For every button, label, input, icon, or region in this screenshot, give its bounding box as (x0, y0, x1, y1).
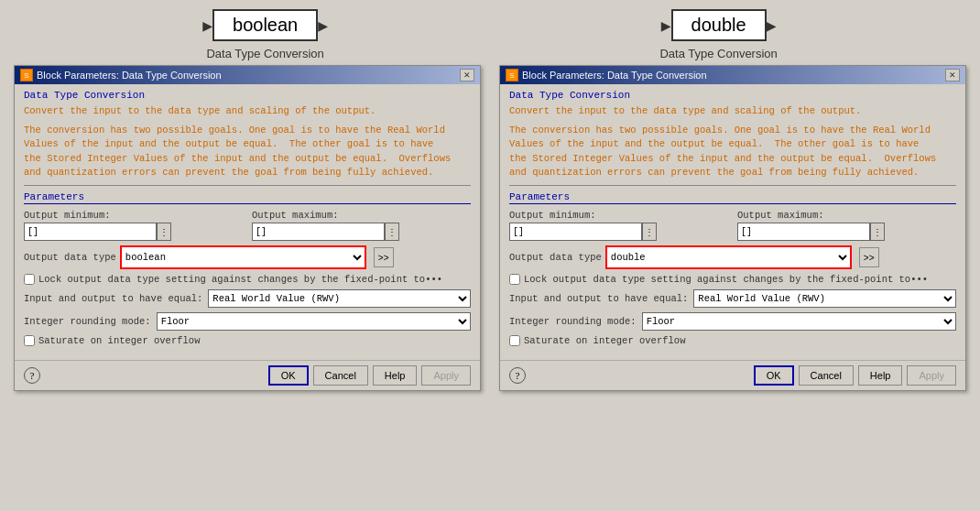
left-block-box: boolean (212, 9, 318, 41)
right-min-max-row: Output minimum: ⋮ Output maximum: ⋮ (509, 210, 956, 241)
right-rounding-select[interactable]: Floor (642, 312, 956, 331)
right-lock-checkbox[interactable] (509, 274, 520, 285)
left-close-button[interactable]: ✕ (460, 69, 474, 82)
left-dialog-footer: ? OK Cancel Help Apply (15, 360, 480, 390)
left-lock-checkbox-row: Lock output data type setting against ch… (24, 274, 471, 285)
left-block-diagram: ▶ boolean ▶ Data Type Conversion (202, 9, 328, 60)
right-titlebar-left: S Block Parameters: Data Type Conversion (506, 69, 707, 82)
left-min-dots-btn[interactable]: ⋮ (157, 223, 171, 241)
right-description1: Convert the input to the data type and s… (509, 104, 956, 118)
right-saturate-row: Saturate on integer overflow (509, 335, 956, 346)
right-lock-checkbox-row: Lock output data type setting against ch… (509, 274, 956, 285)
right-ok-button[interactable]: OK (754, 365, 794, 386)
right-max-dots-btn[interactable]: ⋮ (870, 223, 885, 241)
left-saturate-label: Saturate on integer overflow (38, 335, 200, 346)
left-max-group: Output maximum: ⋮ (252, 210, 471, 241)
right-parameters-section: Parameters Output minimum: ⋮ Output maxi… (509, 191, 956, 346)
right-dialog-content: Data Type Conversion Convert the input t… (500, 84, 965, 356)
right-input-output-label: Input and output to have equal: (509, 293, 688, 304)
left-output-min-label: Output minimum: (24, 210, 243, 221)
right-block-box: double (671, 9, 767, 41)
left-description2: The conversion has two possible goals. O… (24, 124, 471, 179)
left-output-max-input[interactable] (252, 223, 385, 241)
left-parameters-label: Parameters (24, 191, 471, 204)
right-block-diagram: ▶ double ▶ Data Type Conversion (659, 9, 777, 60)
left-input-output-select[interactable]: Real World Value (RWV) (208, 289, 471, 308)
left-apply-button[interactable]: Apply (421, 365, 471, 386)
right-dialog-titlebar: S Block Parameters: Data Type Conversion… (500, 66, 965, 84)
right-output-max-input[interactable] (737, 223, 870, 241)
left-data-type-label: Output data type (24, 252, 116, 263)
right-dialog-title: Block Parameters: Data Type Conversion (522, 70, 707, 81)
right-titlebar-icon: S (506, 69, 518, 82)
right-data-type-select[interactable]: double (607, 247, 850, 267)
right-footer-left: ? (509, 367, 526, 384)
right-rounding-row: Integer rounding mode: Floor (509, 312, 956, 331)
right-min-group: Output minimum: ⋮ (509, 210, 728, 241)
right-section-title: Data Type Conversion (509, 90, 956, 101)
left-titlebar-left: S Block Parameters: Data Type Conversion (20, 69, 222, 82)
left-arrow-icon: ▶ (202, 16, 212, 36)
left-titlebar-icon: S (20, 69, 33, 82)
left-cancel-button[interactable]: Cancel (313, 365, 368, 386)
right-help-button[interactable]: Help (858, 365, 903, 386)
right-min-dots-btn[interactable]: ⋮ (642, 223, 657, 241)
left-footer-left: ? (24, 367, 40, 384)
right-data-type-wrapper: double (605, 245, 852, 269)
right-output-max-label: Output maximum: (737, 210, 956, 221)
right-output-min-label: Output minimum: (509, 210, 728, 221)
left-min-max-row: Output minimum: ⋮ Output maximum: ⋮ (24, 210, 471, 241)
left-data-type-row: Output data type boolean >> (24, 245, 471, 269)
right-saturate-checkbox[interactable] (509, 335, 520, 346)
left-block-label: Data Type Conversion (206, 47, 323, 60)
left-data-type-wrapper: boolean (120, 245, 366, 269)
left-dialog: S Block Parameters: Data Type Conversion… (14, 65, 481, 391)
right-input-output-select[interactable]: Real World Value (RWV) (693, 289, 956, 308)
right-max-input-group: ⋮ (737, 223, 956, 241)
right-help-icon[interactable]: ? (509, 367, 526, 384)
right-saturate-label: Saturate on integer overflow (524, 335, 685, 346)
left-input-output-label: Input and output to have equal: (24, 293, 202, 304)
right-min-input-group: ⋮ (509, 223, 728, 241)
left-min-group: Output minimum: ⋮ (24, 210, 243, 241)
right-input-output-row: Input and output to have equal: Real Wor… (509, 289, 956, 308)
left-block-text: boolean (233, 15, 298, 35)
right-block-label: Data Type Conversion (659, 47, 777, 60)
left-parameters-section: Parameters Output minimum: ⋮ Output maxi… (24, 191, 471, 346)
right-left-arrow-icon: ▶ (661, 16, 671, 36)
right-close-button[interactable]: ✕ (945, 69, 960, 82)
right-block-text: double (691, 15, 746, 35)
left-help-icon[interactable]: ? (24, 367, 40, 384)
left-lock-label: Lock output data type setting against ch… (38, 274, 442, 285)
right-dialog-footer: ? OK Cancel Help Apply (500, 360, 965, 390)
left-help-button[interactable]: Help (373, 365, 418, 386)
right-parameters-label: Parameters (509, 191, 956, 204)
right-arrow-button[interactable]: >> (859, 247, 879, 267)
right-max-group: Output maximum: ⋮ (737, 210, 956, 241)
left-saturate-checkbox[interactable] (24, 335, 35, 346)
left-lock-checkbox[interactable] (24, 274, 35, 285)
left-output-min-input[interactable] (24, 223, 157, 241)
left-min-input-group: ⋮ (24, 223, 243, 241)
left-saturate-row: Saturate on integer overflow (24, 335, 471, 346)
right-right-arrow-icon: ▶ (767, 16, 777, 36)
right-description2: The conversion has two possible goals. O… (509, 124, 956, 179)
left-max-dots-btn[interactable]: ⋮ (385, 223, 399, 241)
right-rounding-label: Integer rounding mode: (509, 316, 637, 327)
right-footer-buttons: OK Cancel Help Apply (754, 365, 956, 386)
left-rounding-row: Integer rounding mode: Floor (24, 312, 471, 331)
left-description1: Convert the input to the data type and s… (24, 104, 471, 118)
left-input-output-row: Input and output to have equal: Real Wor… (24, 289, 471, 308)
left-footer-buttons: OK Cancel Help Apply (268, 365, 471, 386)
left-ok-button[interactable]: OK (268, 365, 309, 386)
left-arrow-button[interactable]: >> (374, 247, 394, 267)
right-data-type-row: Output data type double >> (509, 245, 956, 269)
left-rounding-select[interactable]: Floor (157, 312, 471, 331)
right-output-min-input[interactable] (509, 223, 642, 241)
right-data-type-label: Output data type (509, 252, 602, 263)
right-apply-button[interactable]: Apply (907, 365, 956, 386)
right-arrow-icon: ▶ (318, 16, 328, 36)
right-cancel-button[interactable]: Cancel (799, 365, 854, 386)
left-data-type-select[interactable]: boolean (122, 247, 365, 267)
left-output-max-label: Output maximum: (252, 210, 471, 221)
